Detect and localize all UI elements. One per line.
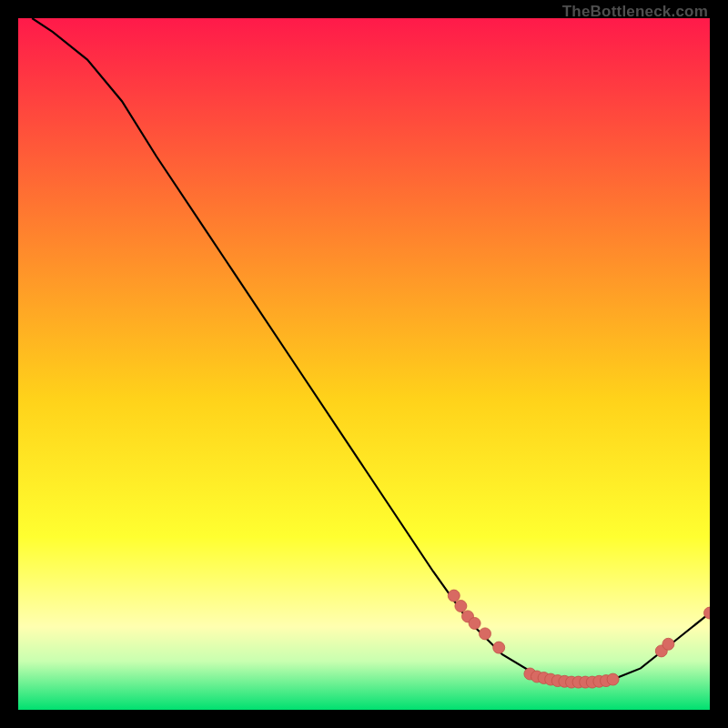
gradient-rect [18, 18, 710, 710]
data-marker [662, 638, 674, 650]
data-marker [607, 673, 619, 685]
chart-svg [18, 18, 710, 710]
data-marker [480, 628, 491, 640]
data-marker [448, 590, 460, 602]
data-marker [469, 618, 480, 630]
data-marker [493, 642, 505, 653]
data-marker [455, 601, 467, 612]
watermark-text: TheBottleneck.com [562, 3, 708, 21]
plot-area [18, 18, 710, 710]
chart-frame [18, 18, 710, 710]
